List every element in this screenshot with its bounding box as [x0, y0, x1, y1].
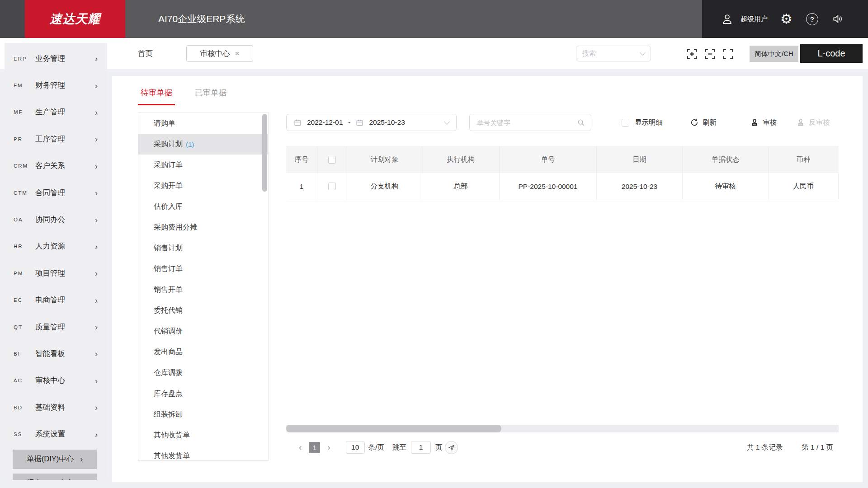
chevron-right-icon: ›	[95, 108, 98, 117]
table-body: 1 分支机构 总部 PP-2025-10-00001 2025-10-23 待审…	[286, 173, 839, 200]
sidebar-item[interactable]: MF 生产管理 ›	[5, 99, 107, 126]
sidebar-item[interactable]: BI 智能看板 ›	[5, 340, 107, 367]
doc-type-label: 发出商品	[154, 347, 183, 357]
sidebar-item[interactable]: SS 系统设置 ›	[5, 421, 107, 447]
table-header-row: 序号 计划对象 执行机构 单号 日期 单据状态 币种	[286, 146, 839, 173]
tab-reviewed-docs[interactable]: 已审单据	[192, 87, 229, 105]
jump-page-input[interactable]: 1	[411, 441, 431, 454]
sidebar-item[interactable]: CRM 客户关系 ›	[5, 153, 107, 179]
sidebar-item-label: 质量管理	[35, 322, 65, 332]
sidebar-item[interactable]: BD 基础资料 ›	[5, 394, 107, 421]
sidebar-diy-reports-button[interactable]: 报表(DIY)中心 ›	[13, 474, 97, 480]
chevron-right-icon: ›	[95, 135, 98, 143]
doc-type-item[interactable]: 库存盘点	[138, 383, 268, 404]
current-page-button[interactable]: 1	[309, 442, 320, 453]
zoom-in-icon[interactable]	[686, 48, 698, 60]
doc-no-keyword-field[interactable]	[469, 114, 591, 131]
stamp-icon	[750, 118, 759, 127]
sidebar-item[interactable]: CTM 合同管理 ›	[5, 179, 107, 206]
breadcrumb-home[interactable]: 首页	[138, 38, 153, 69]
prev-page-icon[interactable]: ‹	[297, 442, 303, 452]
tab-pending-docs[interactable]: 待审单据	[138, 87, 175, 105]
next-page-icon[interactable]: ›	[326, 442, 332, 452]
doc-type-item[interactable]: 销售开单	[138, 279, 268, 300]
refresh-icon	[690, 118, 698, 127]
sidebar-item[interactable]: FM 财务管理 ›	[5, 72, 107, 99]
doc-type-label: 估价入库	[154, 202, 183, 211]
doc-no-keyword-input[interactable]	[476, 118, 577, 127]
doc-type-item[interactable]: 发出商品	[138, 342, 268, 362]
chevron-down-icon	[640, 50, 646, 56]
show-detail-checkbox[interactable]	[622, 119, 629, 127]
brand-logo[interactable]: 速达天耀	[25, 0, 125, 38]
zoom-out-icon[interactable]	[704, 48, 716, 60]
doc-type-item[interactable]: 估价入库	[138, 196, 268, 217]
doc-type-label: 采购订单	[154, 160, 183, 170]
doc-type-item[interactable]: 采购费用分摊	[138, 217, 268, 238]
sidebar-item-label: 合同管理	[35, 188, 65, 198]
doc-type-label: 代销调价	[154, 327, 183, 336]
user-icon[interactable]	[721, 13, 733, 25]
row-checkbox[interactable]	[328, 183, 336, 190]
chevron-right-icon: ›	[80, 455, 83, 464]
doc-type-item[interactable]: 采购计划 (1)	[138, 134, 268, 155]
date-range-picker[interactable]: 2022-12-01 - 2025-10-23	[286, 114, 457, 131]
calendar-icon	[294, 119, 302, 127]
show-detail-toggle[interactable]: 显示明细	[622, 114, 663, 131]
select-all-checkbox[interactable]	[328, 156, 336, 164]
col-select	[317, 146, 347, 173]
doc-type-item[interactable]: 采购订单	[138, 155, 268, 175]
doc-type-item[interactable]: 销售订单	[138, 258, 268, 279]
chevron-right-icon: ›	[95, 403, 98, 412]
sidebar-nav: ERP 业务管理 › FM 财务管理 › MF 生产管理 › PR 工序管理 ›	[5, 43, 107, 480]
doc-type-item[interactable]: 代销调价	[138, 321, 268, 342]
sidebar-item-label: 智能看板	[35, 349, 65, 359]
sidebar-item[interactable]: HR 人力资源 ›	[5, 233, 107, 260]
page-size-input[interactable]: 10	[346, 441, 365, 454]
search-icon[interactable]	[577, 119, 585, 127]
sidebar-item[interactable]: QT 质量管理 ›	[5, 314, 107, 340]
doc-type-item[interactable]: 仓库调拨	[138, 362, 268, 383]
unapprove-button[interactable]: 反审核	[797, 114, 830, 131]
doc-type-item[interactable]: 销售计划	[138, 238, 268, 258]
window-tab-audit-center[interactable]: 审核中心 ×	[186, 45, 253, 62]
help-icon[interactable]: ?	[806, 13, 818, 25]
doc-list-scrollbar[interactable]	[262, 114, 267, 192]
doc-type-item[interactable]: 组装拆卸	[138, 404, 268, 425]
sidebar-item[interactable]: EC 电商管理 ›	[5, 287, 107, 314]
chevron-right-icon: ›	[80, 479, 83, 480]
current-user-label[interactable]: 超级用户	[741, 15, 768, 23]
sidebar-item[interactable]: AC 审核中心 ›	[5, 367, 107, 394]
language-button[interactable]: 简体中文/CH	[750, 46, 798, 62]
jump-go-icon[interactable]	[445, 441, 458, 454]
doc-type-item[interactable]: 采购开单	[138, 175, 268, 196]
close-icon[interactable]: ×	[235, 49, 240, 58]
sidebar-diy-docs-button[interactable]: 单据(DIY)中心 ›	[13, 450, 97, 469]
speaker-icon[interactable]	[832, 13, 844, 25]
refresh-button[interactable]: 刷新	[690, 114, 717, 131]
sidebar-item[interactable]: PR 工序管理 ›	[5, 126, 107, 152]
horizontal-scrollbar-track[interactable]	[286, 425, 839, 432]
sidebar-item[interactable]: OA 协同办公 ›	[5, 206, 107, 233]
approve-button[interactable]: 审核	[750, 114, 777, 131]
sidebar-diy-reports-label: 报表(DIY)中心	[27, 478, 74, 480]
lcode-button[interactable]: L-code	[800, 44, 863, 63]
page-unit-label: 页	[435, 443, 443, 452]
doc-type-item[interactable]: 其他发货单	[138, 446, 268, 461]
date-from-value: 2022-12-01	[307, 118, 343, 127]
doc-type-label: 请购单	[154, 119, 175, 128]
table-row[interactable]: 1 分支机构 总部 PP-2025-10-00001 2025-10-23 待审…	[286, 173, 839, 200]
horizontal-scrollbar-thumb[interactable]	[286, 425, 501, 432]
doc-type-item[interactable]: 请购单	[138, 113, 268, 134]
sidebar-item-label: 生产管理	[35, 107, 65, 117]
col-plan-target: 计划对象	[347, 146, 422, 173]
fullscreen-icon[interactable]	[722, 48, 734, 60]
sidebar-item[interactable]: PM 项目管理 ›	[5, 260, 107, 286]
window-tab-label: 审核中心	[200, 49, 230, 59]
doc-type-item[interactable]: 其他收货单	[138, 425, 268, 446]
global-search-input[interactable]: 搜索	[576, 46, 651, 61]
pending-docs-table: 序号 计划对象 执行机构 单号 日期 单据状态 币种 1 分支机构 总部	[286, 146, 839, 200]
sidebar-item[interactable]: ERP 业务管理 ›	[5, 45, 107, 72]
doc-type-item[interactable]: 委托代销	[138, 300, 268, 321]
settings-gear-icon[interactable]: ⚙	[780, 12, 793, 26]
